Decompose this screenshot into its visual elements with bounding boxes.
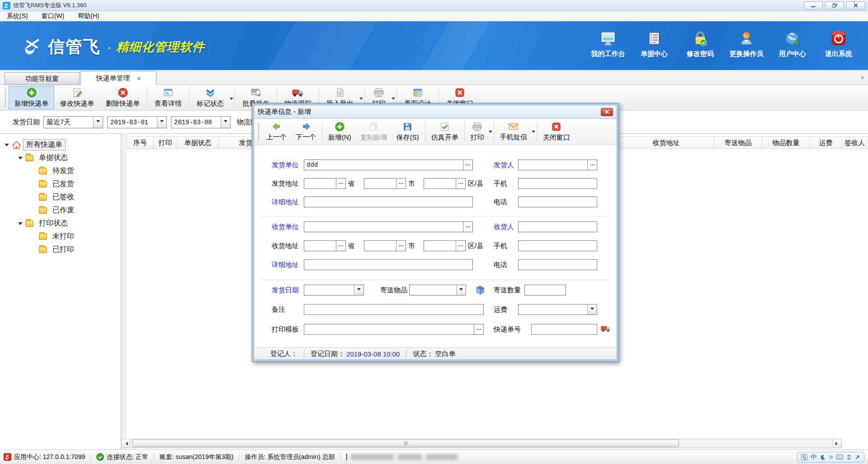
freight-combo[interactable] — [518, 304, 597, 315]
ship-detail-addr-field[interactable] — [304, 197, 473, 207]
combo-arrow-icon[interactable] — [221, 117, 230, 128]
recv-province-field[interactable] — [304, 240, 346, 251]
combo-arrow-icon[interactable] — [587, 305, 597, 314]
tabstrip-close-icon[interactable]: × — [860, 74, 864, 81]
qty-field[interactable] — [524, 285, 566, 295]
combo-arrow-icon[interactable] — [157, 117, 166, 128]
tree-item-shipped[interactable]: 已发货 — [0, 178, 121, 191]
ime-moon-icon[interactable] — [820, 455, 826, 460]
tree-item-signed[interactable]: 已签收 — [0, 191, 121, 204]
tab-function-navigator[interactable]: 功能导航窗 — [5, 72, 80, 85]
expander-icon[interactable] — [17, 155, 24, 161]
expander-icon[interactable] — [17, 220, 24, 227]
date-preset-combo[interactable]: 最近7天 — [43, 116, 103, 128]
tracking-truck-icon[interactable] — [601, 324, 611, 333]
dialog-print-button[interactable]: 打印 — [466, 121, 489, 143]
tree-item-print-status[interactable]: 打印状态 — [0, 217, 121, 230]
document-center-button[interactable]: 单据中心 — [631, 30, 677, 58]
ime-toolbar[interactable]: 中 — [797, 452, 864, 463]
mark-status-button[interactable]: 标记状态 — [191, 86, 230, 109]
tree-item-doc-status[interactable]: 单据状态 — [0, 151, 121, 164]
lookup-icon[interactable] — [456, 241, 465, 251]
ship-city-field[interactable] — [364, 178, 406, 189]
tracking-no-field[interactable] — [531, 324, 597, 335]
exit-system-button[interactable]: 退出系统 — [816, 30, 862, 58]
col-header-signer[interactable]: 签收人 — [842, 136, 868, 149]
edit-express-button[interactable]: 修改快递单 — [54, 86, 100, 109]
user-center-button[interactable]: 用户中心 — [769, 30, 816, 58]
ship-mobile-field[interactable] — [518, 178, 597, 189]
tab-express-management[interactable]: 快递单管理 × — [80, 71, 156, 85]
panel-splitter[interactable] — [121, 133, 127, 450]
simulate-billing-button[interactable]: 仿真开单 — [427, 121, 463, 143]
restore-button[interactable] — [825, 1, 844, 9]
lookup-icon[interactable] — [474, 324, 483, 334]
expander-icon[interactable] — [4, 142, 10, 148]
combo-arrow-icon[interactable] — [354, 285, 363, 295]
ship-unit-field[interactable]: ddd — [304, 159, 473, 170]
prev-record-button[interactable]: 上一个 — [262, 121, 291, 143]
ime-mode-indicator[interactable]: 中 — [811, 453, 817, 461]
scrollbar-thumb[interactable] — [132, 440, 679, 447]
dialog-close-button[interactable] — [601, 108, 613, 116]
dialog-add-button[interactable]: 新增(N) — [324, 121, 356, 143]
workbench-button[interactable]: 我的工作台 — [585, 30, 631, 58]
receiver-field[interactable] — [518, 221, 597, 232]
menu-help[interactable]: 帮助(H) — [71, 12, 106, 20]
col-header-qty[interactable]: 物品数量 — [762, 136, 810, 149]
close-button[interactable] — [846, 1, 865, 9]
recv-mobile-field[interactable] — [518, 240, 597, 251]
lookup-icon[interactable] — [587, 160, 597, 170]
tree-item-not-printed[interactable]: 未打印 — [0, 230, 121, 243]
scroll-right-icon[interactable] — [833, 439, 841, 448]
ime-keyboard-icon[interactable] — [836, 455, 843, 459]
minimize-button[interactable] — [804, 1, 823, 9]
col-header-print[interactable]: 打印 — [154, 136, 177, 149]
remark-field[interactable] — [304, 304, 484, 315]
ship-phone-field[interactable] — [518, 197, 597, 207]
col-header-item[interactable]: 寄送物品 — [714, 136, 762, 149]
mark-status-dropdown-icon[interactable] — [230, 98, 233, 102]
shipper-field[interactable] — [518, 159, 597, 170]
menu-system[interactable]: 系统(S) — [0, 12, 35, 20]
lookup-icon[interactable] — [396, 241, 406, 251]
combo-arrow-icon[interactable] — [456, 285, 466, 295]
tab-close-icon[interactable]: × — [137, 75, 141, 82]
ime-wrench-icon[interactable] — [855, 455, 860, 460]
ship-province-field[interactable] — [304, 178, 346, 189]
ime-toolbox-icon[interactable] — [846, 455, 852, 460]
col-header-freight[interactable]: 运费 — [810, 136, 842, 149]
recv-phone-field[interactable] — [518, 259, 597, 270]
dialog-save-button[interactable]: 保存(S) — [392, 121, 424, 143]
recv-detail-addr-field[interactable] — [304, 259, 473, 270]
menu-window[interactable]: 窗口(W) — [35, 12, 71, 20]
combo-arrow-icon[interactable] — [93, 117, 103, 128]
horizontal-scrollbar[interactable] — [121, 439, 842, 448]
recv-city-field[interactable] — [364, 240, 406, 251]
import-export-dropdown-icon[interactable] — [359, 98, 363, 102]
item-book-icon[interactable] — [475, 285, 485, 295]
ship-district-field[interactable] — [424, 178, 466, 189]
sms-dropdown-icon[interactable] — [532, 131, 535, 135]
dialog-close-window-button[interactable]: 关闭窗口 — [538, 121, 575, 143]
lookup-icon[interactable] — [396, 178, 406, 188]
lookup-icon[interactable] — [336, 178, 345, 188]
view-detail-button[interactable]: 查看详情 — [149, 86, 188, 109]
change-password-button[interactable]: 修改密码 — [677, 30, 723, 58]
date-to-combo[interactable]: 2019-03-08 — [171, 116, 231, 128]
col-header-doc-status[interactable]: 单据状态 — [177, 136, 219, 149]
scroll-left-icon[interactable] — [122, 439, 130, 448]
lookup-icon[interactable] — [463, 160, 472, 170]
date-from-combo[interactable]: 2019-03-01 — [107, 116, 167, 128]
ship-date-combo[interactable] — [304, 285, 364, 295]
tree-item-printed[interactable]: 已打印 — [0, 243, 121, 256]
tree-item-voided[interactable]: 已作废 — [0, 204, 121, 217]
print-dropdown-icon[interactable] — [489, 131, 492, 135]
sms-button[interactable]: 手机短信 — [495, 121, 532, 143]
add-express-button[interactable]: 新增快递单 — [9, 86, 54, 109]
recv-unit-field[interactable] — [304, 221, 473, 232]
print-dropdown-icon[interactable] — [392, 98, 395, 102]
dialog-title-bar[interactable]: 快递单信息 - 新增 — [254, 105, 617, 119]
tree-item-pending-ship[interactable]: 待发货 — [0, 164, 121, 178]
recv-district-field[interactable] — [424, 240, 466, 251]
